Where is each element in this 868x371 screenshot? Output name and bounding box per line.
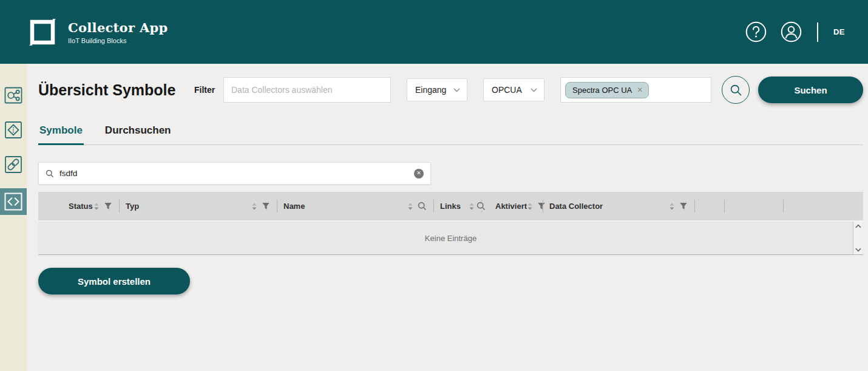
filter-funnel-icon[interactable] [104,202,112,210]
sort-icon[interactable] [527,202,533,211]
help-icon [745,21,767,43]
table-scrollbar[interactable] [853,222,863,254]
main-content: Übersicht Symbole Filter Eingang OPCUA S… [27,64,868,371]
help-button[interactable] [745,21,767,43]
tab-bar: Symbole Durchsuchen [38,124,863,145]
chevron-down-icon [453,88,460,92]
empty-state-message: Keine Einträge [425,234,476,243]
collector-chip: Spectra OPC UA ✕ [565,82,649,98]
sort-icon[interactable] [669,202,675,211]
protocol-select[interactable]: OPCUA [483,78,544,101]
direction-select[interactable]: Eingang [407,78,467,101]
column-label: Name [283,202,305,211]
sidebar-item-symbols[interactable] [0,119,27,141]
app-subtitle: IIoT Building Blocks [68,37,168,44]
symbol-diamond-dots-icon [3,120,24,140]
column-header-aktiviert[interactable]: Aktiviert [482,192,543,220]
scroll-down-icon[interactable] [855,248,861,252]
column-label: Aktiviert [495,202,527,211]
symbol-search-box: ✕ [38,162,431,185]
app-logo-icon [27,17,58,47]
direction-select-value: Eingang [415,85,446,95]
column-search-icon[interactable] [418,202,427,211]
angle-brackets-icon [3,191,24,212]
page-title: Übersicht Symbole [38,81,194,99]
search-button[interactable]: Suchen [758,77,863,103]
column-header-status[interactable]: Status [38,192,120,220]
collector-chip-field[interactable]: Spectra OPC UA ✕ [560,77,711,103]
chevron-down-icon [531,88,537,92]
create-symbol-button[interactable]: Symbol erstellen [38,268,190,294]
search-icon [46,169,54,178]
app-title: Collector App [68,20,168,35]
column-label: Data Collector [549,202,603,211]
column-header-empty-1 [695,192,725,220]
data-collector-share-icon [3,85,24,106]
column-header-name[interactable]: Name [277,192,434,220]
column-label: Typ [126,202,139,211]
column-header-typ[interactable]: Typ [120,192,277,220]
column-label: Links [440,202,461,211]
table-header-row: Status Typ [38,192,863,220]
language-switch[interactable]: DE [833,27,845,36]
scroll-up-icon[interactable] [855,224,861,228]
quick-search-button[interactable] [722,76,750,104]
protocol-select-value: OPCUA [492,85,522,95]
column-header-empty-3 [784,192,863,220]
symbol-search-input[interactable] [58,168,414,179]
clear-search-button[interactable]: ✕ [414,169,424,179]
filter-funnel-icon[interactable] [262,202,270,210]
sort-icon[interactable] [251,202,257,211]
sidebar-item-symbol-overview[interactable] [0,188,27,215]
symbols-table: Status Typ [38,192,863,255]
sort-icon[interactable] [469,202,475,211]
column-label: Status [69,202,93,211]
user-icon [781,21,802,43]
column-search-icon[interactable] [476,202,486,211]
data-collectors-input[interactable] [223,77,391,103]
tab-durchsuchen[interactable]: Durchsuchen [104,124,172,145]
magnifier-icon [730,84,742,97]
user-account-button[interactable] [781,21,802,43]
app-header: Collector App IIoT Building Blocks [0,0,868,64]
collector-chip-label: Spectra OPC UA [572,86,632,95]
column-header-data-collector[interactable]: Data Collector [543,192,695,220]
sidebar-item-data-collectors[interactable] [0,84,27,106]
column-header-empty-2 [725,192,784,220]
sidebar [0,64,27,371]
header-divider [817,22,818,42]
tab-symbole[interactable]: Symbole [38,124,84,145]
filter-label: Filter [194,85,223,95]
column-header-links[interactable]: Links [434,192,482,220]
sort-icon[interactable] [407,202,413,211]
filter-funnel-icon[interactable] [679,202,688,210]
sidebar-item-links[interactable] [0,154,27,175]
brand-text: Collector App IIoT Building Blocks [68,20,168,44]
table-body: Keine Einträge [38,220,863,254]
chain-link-icon [3,154,24,175]
chip-remove-icon[interactable]: ✕ [637,86,643,94]
sort-icon[interactable] [93,202,100,211]
filter-toolbar: Übersicht Symbole Filter Eingang OPCUA S… [38,76,868,104]
